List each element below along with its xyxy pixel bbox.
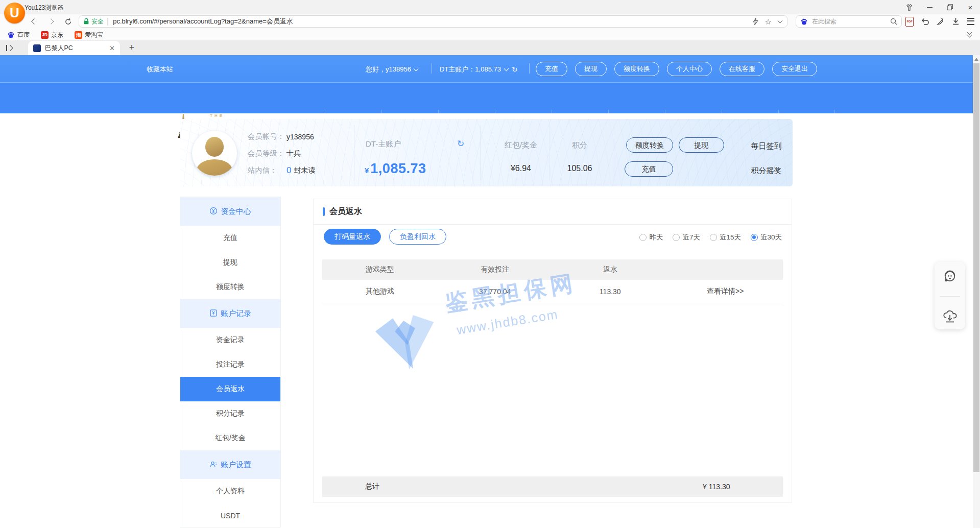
favorite-star-icon[interactable]: ☆ — [765, 18, 772, 26]
refresh-button[interactable] — [62, 16, 74, 27]
wallet-label: DT-主账户 — [366, 139, 401, 149]
sidebar-item-bet-record[interactable]: 投注记录 — [180, 352, 280, 377]
sidebar-item-points-record[interactable]: 积分记录 — [180, 401, 280, 426]
close-button[interactable]: × — [964, 2, 977, 13]
topbar-btn-recharge[interactable]: 充值 — [536, 62, 567, 76]
date-range-radios: 昨天近7天近15天近30天 — [639, 233, 782, 242]
range-radio-last-15-days[interactable]: 近15天 — [710, 233, 741, 242]
pdf-icon[interactable]: PDF — [905, 16, 914, 27]
sidebar-item-funds-record[interactable]: 资金记录 — [180, 328, 280, 352]
tab-negative-profit-rebate[interactable]: 负盈利回水 — [389, 229, 446, 245]
account-label: 会员帐号： — [248, 132, 286, 141]
sidebar-label: 充值 — [223, 233, 237, 243]
baidu-icon — [7, 31, 15, 39]
cloud-download-icon[interactable] — [942, 308, 958, 324]
url-dropdown-icon[interactable] — [778, 18, 783, 23]
sidebar-header-account-records[interactable]: 账户记录 — [180, 299, 280, 328]
bookmark-taobao[interactable]: 淘爱淘宝 — [75, 31, 103, 39]
table-body: 其他游戏37,770.04113.30查看详情>> — [322, 280, 783, 303]
range-radio-last-30-days[interactable]: 近30天 — [751, 233, 782, 242]
url-text[interactable]: pc.blryl6.com/#/personal/accountLog?tag=… — [113, 17, 752, 26]
bookmark-jd[interactable]: JD京东 — [41, 31, 63, 39]
topbar-btn-quota-transfer[interactable]: 额度转换 — [614, 62, 659, 76]
panel-recharge-button[interactable]: 充值 — [625, 161, 673, 177]
greeting-dropdown[interactable]: 您好，y138956 — [366, 65, 418, 74]
reader-lightning-icon[interactable] — [753, 18, 758, 26]
sidebar-label: 个人资料 — [216, 487, 245, 496]
topbar-btn-withdraw[interactable]: 提现 — [575, 62, 607, 76]
cleaner-broom-icon[interactable] — [936, 16, 945, 27]
topbar-btn-online-service[interactable]: 在线客服 — [720, 62, 764, 76]
sidebar-label: 资金记录 — [216, 335, 245, 345]
sidebar-label: 提现 — [223, 258, 237, 267]
topbar-btn-personal-center[interactable]: 个人中心 — [667, 62, 712, 76]
undo-icon[interactable] — [920, 16, 929, 27]
sidebar-item-profile[interactable]: 个人资料 — [180, 479, 280, 503]
sidebar-header-account-settings[interactable]: 账户设置 — [180, 450, 280, 479]
panel-quota-transfer-button[interactable]: 额度转换 — [626, 137, 673, 153]
tab-list-toggle-icon[interactable] — [6, 44, 14, 52]
sidebar-label: 账户设置 — [221, 460, 251, 470]
browser-tab[interactable]: 巴黎人PC ✕ — [28, 41, 120, 55]
main-account-dropdown[interactable]: DT主账户：1,085.73 ↻ — [440, 65, 518, 74]
sidebar-item-usdt[interactable]: USDT — [180, 503, 280, 528]
address-bar[interactable]: 安全 | pc.blryl6.com/#/personal/accountLog… — [79, 15, 787, 28]
avatar[interactable] — [192, 131, 237, 176]
table-cell: 37,770.04 — [438, 287, 553, 296]
scroll-up-icon[interactable] — [974, 58, 978, 61]
topbar-btn-logout[interactable]: 安全退出 — [772, 62, 817, 76]
skin-icon[interactable] — [902, 2, 916, 13]
panel-withdraw-button[interactable]: 提现 — [679, 137, 724, 153]
sidebar-item-member-rebate[interactable]: 会员返水 — [180, 377, 280, 401]
bookmark-baidu[interactable]: 百度 — [7, 31, 30, 39]
ledger-icon — [209, 309, 218, 319]
range-radio-yesterday[interactable]: 昨天 — [639, 233, 663, 242]
menu-icon[interactable] — [966, 16, 975, 27]
favorite-site-link[interactable]: 收藏本站 — [147, 65, 173, 74]
sidebar-label: 资金中心 — [221, 207, 251, 217]
table-header-cell: 游戏类型 — [322, 265, 438, 274]
daily-sign-link[interactable]: 每日签到 — [740, 141, 793, 151]
sidebar-item-redpacket-bonus[interactable]: 红包/奖金 — [180, 426, 280, 450]
account-refresh-icon[interactable]: ↻ — [512, 65, 518, 74]
sidebar-menu: 资金中心充值提现额度转换账户记录资金记录投注记录会员返水积分记录红包/奖金账户设… — [180, 197, 281, 527]
person-icon — [209, 460, 218, 470]
range-radio-last-7-days[interactable]: 近7天 — [673, 233, 700, 242]
total-value: ¥ 113.30 — [703, 483, 730, 491]
new-tab-button[interactable]: + — [127, 42, 137, 53]
radio-icon — [751, 234, 758, 241]
scrollbar-thumb[interactable] — [973, 63, 979, 472]
download-icon[interactable] — [951, 16, 960, 27]
mail-count[interactable]: 0 — [286, 165, 291, 176]
sidebar-item-withdraw[interactable]: 提现 — [180, 250, 280, 275]
mail-label: 站内信： — [248, 166, 286, 175]
view-detail-link[interactable]: 查看详情>> — [668, 287, 783, 296]
sidebar-label: 积分记录 — [216, 409, 245, 418]
quick-search-box[interactable] — [796, 15, 902, 28]
sidebar-item-recharge[interactable]: 充值 — [180, 226, 280, 250]
wallet-refresh-icon[interactable]: ↻ — [457, 138, 464, 149]
wallet-value: ¥1,085.73 — [365, 161, 426, 177]
search-icon[interactable] — [890, 18, 897, 25]
floating-widget — [935, 262, 965, 329]
page-scrollbar[interactable] — [973, 55, 980, 528]
site-topbar: 收藏本站 您好，y138956 DT主账户：1,085.73 ↻ 充值提现额度转… — [0, 55, 980, 82]
tab-bet-volume-rebate[interactable]: 打码量返水 — [324, 229, 381, 245]
minimize-button[interactable] — [923, 2, 936, 13]
sidebar-header-funds-center[interactable]: 资金中心 — [180, 197, 280, 226]
sidebar-label: 投注记录 — [216, 360, 245, 369]
tab-close-icon[interactable]: ✕ — [109, 44, 115, 52]
points-lottery-link[interactable]: 积分摇奖 — [740, 166, 793, 176]
points-label: 积分 — [554, 140, 605, 150]
sidebar-item-quota-transfer[interactable]: 额度转换 — [180, 275, 280, 299]
table-header-cell: 有效投注 — [438, 265, 553, 274]
level-value: 士兵 — [286, 149, 301, 158]
restore-button[interactable] — [943, 2, 957, 13]
forward-button[interactable] — [45, 16, 57, 27]
customer-service-icon[interactable] — [942, 268, 958, 284]
search-input[interactable] — [811, 17, 887, 26]
collapse-chevrons-icon[interactable] — [968, 31, 971, 36]
main-navbar: THE PARISIAN 澳門巴黎人PC 首页PC蛋蛋彩票游戏棋牌对战真人视讯电… — [0, 82, 980, 113]
back-button[interactable] — [29, 16, 40, 27]
range-label: 近30天 — [760, 233, 782, 242]
